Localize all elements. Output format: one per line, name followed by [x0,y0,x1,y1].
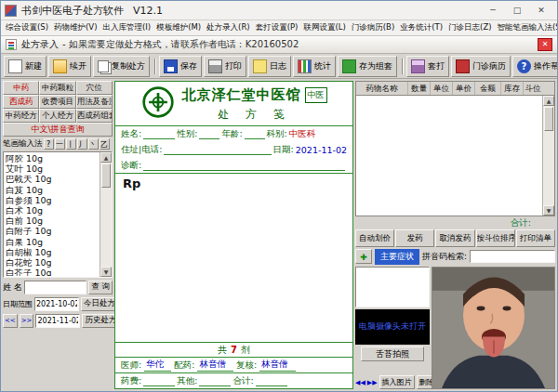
age-field[interactable] [245,129,265,139]
tongue-photo-button[interactable]: 舌苔拍照 [361,346,424,361]
minimize-button[interactable]: ─ [481,3,505,19]
drug-table-header[interactable]: 斗位 [524,82,542,95]
reviewer-value[interactable]: 林音僧 [259,359,296,372]
category-tab[interactable]: 中药 [3,81,39,95]
drug-table-header[interactable]: 金额 [475,82,501,95]
dispenser-value[interactable]: 林音僧 [197,359,233,372]
query-button[interactable]: 查 询 [88,281,113,294]
dose-count[interactable]: 7 [231,345,237,355]
next-image-button[interactable]: ▶▶ [367,379,378,386]
scrollbar-thumb[interactable] [101,163,111,188]
scroll-down-icon[interactable]: ▼ [543,205,554,216]
herb-list-item[interactable]: 白芥子 10g [6,268,99,276]
prev-image-button[interactable]: ◀◀ [355,379,365,386]
pinyin-query-button[interactable]: 中文\拼音查询 [3,123,113,137]
drug-table-header[interactable]: 库存 [501,82,524,95]
prescription-body[interactable] [115,190,352,342]
herb-list-item[interactable]: 白附子 10g [6,226,99,236]
pharmacy-action-button[interactable]: 打印清单 [516,229,555,247]
menu-item[interactable]: 门诊病历(B) [349,22,397,33]
today-prescriptions-button[interactable]: 今日处方 [81,297,118,311]
menu-item[interactable]: 出入库管理(I) [100,22,153,33]
herb-list-item[interactable]: 白花蛇 10g [6,257,99,268]
next-page-button[interactable]: >> [20,314,34,328]
scrollbar-thumb[interactable] [544,107,553,131]
patient-name-input[interactable] [24,281,86,294]
toolbar-button[interactable]: 日志 [248,56,291,77]
drug-table-header[interactable]: 单价 [453,82,475,95]
category-tab[interactable]: 用法及备注 [76,95,113,109]
doctor-value[interactable]: 华佗 [144,359,171,372]
category-tab[interactable]: 个人经方 [39,109,75,123]
herb-list-item[interactable]: 白果 10g [6,237,99,247]
menu-item[interactable]: 药物维护(V) [51,22,100,33]
drug-table-scrollbar[interactable]: ▲ ▼ [542,96,554,216]
image-listbox[interactable] [355,267,430,307]
date-value[interactable]: 2021-11-02 [296,145,347,155]
tongue-photo[interactable] [432,267,555,389]
menu-item[interactable]: 业务统计(T) [397,22,445,33]
menu-item[interactable]: 套打设置(P) [253,22,301,33]
stroke-key-button[interactable]: 丨 [66,138,76,150]
category-tab[interactable]: 收费项目 [39,95,75,109]
close-button[interactable]: ✕ [529,3,553,19]
maximize-button[interactable]: □ [505,3,529,19]
menu-item[interactable]: 门诊日志(Z) [445,22,494,33]
gender-field[interactable] [199,129,219,139]
pharmacy-action-button[interactable]: 取消发药 [435,229,474,247]
category-tab[interactable]: 西成药 [3,95,39,109]
stroke-key-button[interactable]: 一 [55,138,65,150]
toolbar-button[interactable]: 打印 [204,56,246,77]
pinyin-search-input[interactable] [470,250,555,263]
category-tab[interactable]: 中药颗粒 [39,81,75,95]
scroll-up-icon[interactable]: ▲ [543,96,554,106]
main-symptom-tab[interactable]: 主要症状 [375,249,419,265]
herb-list-item[interactable]: 白前 10g [6,216,99,226]
address-field[interactable] [164,145,271,155]
category-tab[interactable]: 西成药组套 [76,109,113,123]
name-field[interactable] [143,129,175,139]
stroke-key-button[interactable]: 丶 [88,138,99,150]
herb-list-item[interactable]: 巴戟天 10g [6,174,99,184]
scroll-up-icon[interactable]: ▲ [100,152,112,163]
toolbar-button[interactable]: 套打 [406,56,449,77]
date-to-input[interactable] [35,314,80,328]
herb-listbox[interactable]: 阿胶 10g艾叶 10g巴戟天 10g白芨 10g白参须 10g白术 10g白前… [3,151,113,278]
toolbar-button[interactable]: 操作帮助 [512,56,558,77]
pharmacy-action-button[interactable]: 自动划价 [355,229,394,247]
menu-item[interactable]: 处方录入(R) [204,22,253,33]
fee-field[interactable] [143,376,175,386]
pharmacy-action-button[interactable]: 发药 [395,229,434,247]
stroke-key-button[interactable]: 丿 [77,138,87,150]
pharmacy-action-button[interactable]: 按斗位排序 [476,229,515,247]
menu-item[interactable]: 综合设置(S) [3,22,51,33]
menu-item[interactable]: 智能笔画输入法(S) [495,22,557,33]
prev-page-button[interactable]: << [3,314,18,328]
herb-list-item[interactable]: 白术 10g [6,205,99,216]
drug-table-header[interactable]: 数量 [408,82,431,95]
toolbar-button[interactable]: 新建 [4,56,46,77]
toolbar-button[interactable]: 复制处方 [93,56,150,77]
scroll-down-icon[interactable]: ▼ [100,267,112,277]
stroke-key-button[interactable]: ? [44,138,54,150]
herb-list-item[interactable]: 艾叶 10g [6,163,99,174]
drug-table-header[interactable]: 单位 [431,82,453,95]
toolbar-button[interactable]: 保存 [159,56,202,77]
menu-item[interactable]: 联网设置(L) [300,22,348,33]
diagnosis-field[interactable] [143,161,345,171]
herb-list-item[interactable]: 阿胶 10g [6,153,99,163]
toolbar-button[interactable]: 统计 [293,56,336,77]
toolbar-button[interactable]: 续开 [48,56,91,77]
herb-list-scrollbar[interactable]: ▲ ▼ [100,152,112,277]
menu-item[interactable]: 模板维护(M) [153,22,204,33]
infobar-close-button[interactable]: ✕ [538,38,552,51]
insert-image-button[interactable]: 插入图片 [379,375,415,389]
stroke-key-button[interactable]: 乙 [100,138,110,150]
toolbar-button[interactable]: 门诊病历 [451,56,511,77]
date-from-input[interactable] [34,297,79,311]
category-tab[interactable]: 中药经方 [3,109,39,123]
drug-table-header[interactable]: 药物名称 [356,82,408,95]
add-symptom-button[interactable]: ✚ [355,249,372,264]
herb-list-item[interactable]: 白芨 10g [6,185,99,195]
dept-value[interactable]: 中医科 [289,128,316,140]
